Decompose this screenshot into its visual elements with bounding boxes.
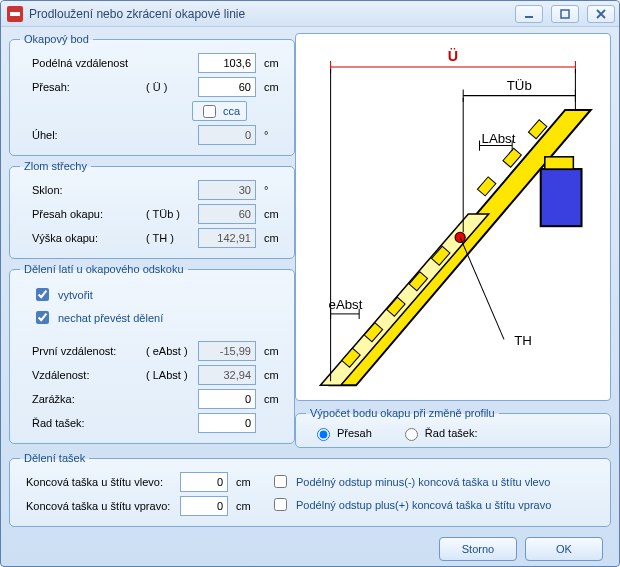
label-zarazka: Zarážka: — [32, 393, 142, 405]
window-title: Prodloužení nebo zkrácení okapové linie — [29, 7, 507, 21]
diagram-label-u: Ü — [448, 48, 458, 64]
svg-rect-1 — [561, 10, 569, 18]
symbol-th: ( TH ) — [146, 232, 194, 244]
checkbox-cca[interactable] — [203, 105, 216, 118]
input-uhel — [198, 125, 256, 145]
checkbox-podelny-minus[interactable] — [274, 475, 287, 488]
radio-presah-wrap[interactable]: Přesah — [312, 425, 372, 441]
checkbox-podelny-minus-wrap[interactable]: Podélný odstup minus(-) koncová taška u … — [270, 472, 600, 491]
input-sklon — [198, 180, 256, 200]
label-radio-presah: Přesah — [337, 427, 372, 439]
diagram-label-eabst: eAbst — [329, 297, 363, 312]
legend-deleni-lati: Dělení latí u okapového odskoku — [20, 263, 188, 275]
label-uhel: Úhel: — [32, 129, 142, 141]
label-koncova-vpravo: Koncová taška u štítu vpravo: — [26, 500, 176, 512]
unit-cm: cm — [264, 393, 284, 405]
symbol-labst: ( LAbst ) — [146, 369, 194, 381]
unit-cm: cm — [236, 500, 256, 512]
restore-button[interactable] — [551, 5, 579, 23]
input-koncova-vlevo[interactable] — [180, 472, 228, 492]
radio-rad-wrap[interactable]: Řad tašek: — [400, 425, 478, 441]
checkbox-cca-wrap[interactable]: cca — [192, 101, 247, 121]
label-podelna-vzdalenost: Podélná vzdálenost — [32, 57, 142, 69]
unit-cm: cm — [264, 232, 284, 244]
input-podelna-vzdalenost[interactable] — [198, 53, 256, 73]
group-vypocet: Výpočet bodu okapu při změně profilu Pře… — [295, 407, 611, 448]
label-prevest: nechat převést dělení — [58, 312, 163, 324]
svg-rect-0 — [525, 16, 533, 18]
minimize-button[interactable] — [515, 5, 543, 23]
unit-cm: cm — [264, 57, 284, 69]
label-prvni-vzdalenost: První vzdálenost: — [32, 345, 142, 357]
legend-okapovy-bod: Okapový bod — [20, 33, 93, 45]
label-koncova-vlevo: Koncová taška u štítu vlevo: — [26, 476, 176, 488]
diagram-label-labst: LAbst — [482, 131, 516, 146]
legend-vypocet: Výpočet bodu okapu při změně profilu — [306, 407, 499, 419]
close-button[interactable] — [587, 5, 615, 23]
label-vyska-okapu: Výška okapu: — [32, 232, 142, 244]
diagram-container: Ü TÜb — [295, 33, 611, 401]
label-rad-tasek: Řad tašek: — [32, 417, 142, 429]
dialog-window: Prodloužení nebo zkrácení okapové linie … — [0, 0, 620, 567]
input-vzdalenost — [198, 365, 256, 385]
input-presah[interactable] — [198, 77, 256, 97]
input-rad-tasek[interactable] — [198, 413, 256, 433]
label-presah-okapu: Přesah okapu: — [32, 208, 142, 220]
svg-point-18 — [455, 232, 465, 242]
unit-deg: ° — [264, 184, 284, 196]
app-icon — [7, 6, 23, 22]
group-zlom-strechy: Zlom střechy Sklon: ° Přesah okapu: ( TÜ… — [9, 160, 295, 259]
label-vzdalenost: Vzdálenost: — [32, 369, 142, 381]
unit-cm: cm — [236, 476, 256, 488]
unit-cm: cm — [264, 369, 284, 381]
label-cca: cca — [223, 105, 240, 117]
label-radio-rad: Řad tašek: — [425, 427, 478, 439]
label-podelny-plus: Podélný odstup plus(+) koncová taška u š… — [296, 499, 551, 511]
group-deleni-lati: Dělení latí u okapového odskoku vytvořit… — [9, 263, 295, 444]
legend-deleni-tasek: Dělení tašek — [20, 452, 89, 464]
svg-rect-20 — [545, 157, 574, 169]
input-vyska-okapu — [198, 228, 256, 248]
input-presah-okapu — [198, 204, 256, 224]
unit-cm: cm — [264, 208, 284, 220]
label-presah: Přesah: — [32, 81, 142, 93]
restore-icon — [559, 8, 571, 20]
svg-rect-19 — [541, 169, 582, 226]
label-sklon: Sklon: — [32, 184, 142, 196]
symbol-eabst: ( eAbst ) — [146, 345, 194, 357]
close-icon — [595, 8, 607, 20]
checkbox-podelny-plus-wrap[interactable]: Podélný odstup plus(+) koncová taška u š… — [270, 495, 600, 514]
input-zarazka[interactable] — [198, 389, 256, 409]
ok-button[interactable]: OK — [525, 537, 603, 561]
checkbox-vytvorit[interactable] — [36, 288, 49, 301]
input-koncova-vpravo[interactable] — [180, 496, 228, 516]
diagram-label-tub: TÜb — [507, 78, 532, 93]
symbol-tub: ( TÜb ) — [146, 208, 194, 220]
radio-rad-tasek[interactable] — [405, 428, 418, 441]
checkbox-prevest[interactable] — [36, 311, 49, 324]
label-vytvorit: vytvořit — [58, 289, 93, 301]
unit-cm: cm — [264, 345, 284, 357]
titlebar: Prodloužení nebo zkrácení okapové linie — [1, 1, 619, 27]
minimize-icon — [523, 8, 535, 20]
symbol-u: ( Ü ) — [146, 81, 194, 93]
legend-zlom-strechy: Zlom střechy — [20, 160, 91, 172]
input-prvni-vzdalenost — [198, 341, 256, 361]
cancel-button[interactable]: Storno — [439, 537, 517, 561]
label-podelny-minus: Podélný odstup minus(-) koncová taška u … — [296, 476, 550, 488]
roof-diagram: Ü TÜb — [300, 38, 606, 396]
unit-deg: ° — [264, 129, 284, 141]
unit-cm: cm — [264, 81, 284, 93]
diagram-label-th: TH — [514, 333, 532, 348]
radio-presah[interactable] — [317, 428, 330, 441]
group-deleni-tasek: Dělení tašek Koncová taška u štítu vlevo… — [9, 452, 611, 527]
svg-line-27 — [460, 237, 504, 339]
checkbox-podelny-plus[interactable] — [274, 498, 287, 511]
group-okapovy-bod: Okapový bod Podélná vzdálenost cm Přesah… — [9, 33, 295, 156]
